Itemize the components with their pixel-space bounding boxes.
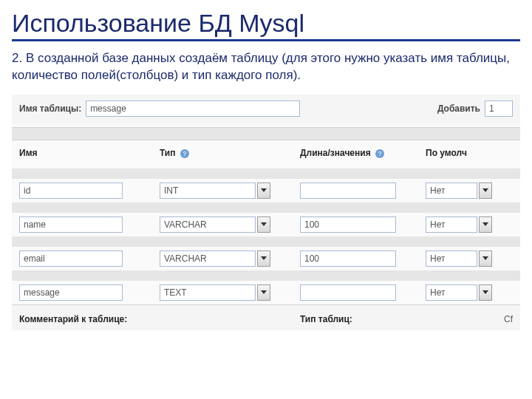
separator (12, 202, 520, 213)
field-row (12, 213, 520, 236)
dropdown-icon[interactable] (479, 284, 492, 301)
field-name-input[interactable] (19, 216, 123, 233)
separator (12, 127, 520, 140)
dropdown-icon[interactable] (479, 250, 492, 267)
dropdown-icon[interactable] (479, 216, 492, 233)
header-default: По умолч (426, 148, 513, 158)
table-comment-label: Комментарий к таблице: (19, 314, 300, 324)
separator (12, 168, 520, 179)
dropdown-icon[interactable] (257, 250, 270, 267)
field-default-select[interactable] (426, 216, 477, 233)
field-row (12, 281, 520, 304)
separator (12, 236, 520, 247)
field-length-input[interactable] (300, 183, 396, 199)
field-length-input[interactable] (300, 250, 396, 267)
table-type-value: Сf (418, 314, 513, 324)
header-type: Тип ? (160, 148, 300, 158)
field-name-input[interactable] (19, 183, 123, 199)
column-headers: Имя Тип ? Длина/значения ? По умолч (12, 140, 520, 168)
dropdown-icon[interactable] (257, 216, 270, 233)
header-length: Длина/значения ? (300, 148, 426, 158)
separator (12, 270, 520, 281)
help-icon[interactable]: ? (375, 149, 384, 158)
slide-description: 2. В созданной базе данных создаём табли… (12, 50, 520, 84)
table-name-label: Имя таблицы: (19, 103, 81, 114)
header-name: Имя (19, 148, 160, 158)
field-length-input[interactable] (300, 284, 396, 301)
field-name-input[interactable] (19, 284, 123, 301)
field-default-select[interactable] (426, 250, 477, 267)
field-length-input[interactable] (300, 216, 396, 233)
table-name-input[interactable] (86, 100, 300, 117)
field-default-select[interactable] (426, 183, 477, 199)
add-columns-label: Добавить (437, 103, 480, 114)
slide-title: Использование БД Mysql (12, 9, 520, 38)
field-type-select[interactable] (160, 216, 256, 233)
add-columns-input[interactable] (485, 100, 513, 117)
table-type-label: Тип таблиц: (300, 314, 418, 324)
dropdown-icon[interactable] (479, 183, 492, 199)
table-name-row: Имя таблицы: Добавить (12, 95, 520, 124)
phpmyadmin-panel: Имя таблицы: Добавить Имя Тип ? Длина/зн… (12, 95, 520, 330)
field-type-select[interactable] (160, 183, 256, 199)
field-row (12, 179, 520, 202)
dropdown-icon[interactable] (257, 183, 270, 199)
field-row (12, 247, 520, 270)
title-underline (12, 39, 520, 41)
footer-row: Комментарий к таблице: Тип таблиц: Сf (12, 304, 520, 330)
field-type-select[interactable] (160, 250, 256, 267)
field-default-select[interactable] (426, 284, 477, 301)
field-type-select[interactable] (160, 284, 256, 301)
dropdown-icon[interactable] (257, 284, 270, 301)
field-name-input[interactable] (19, 250, 123, 267)
help-icon[interactable]: ? (180, 149, 189, 158)
